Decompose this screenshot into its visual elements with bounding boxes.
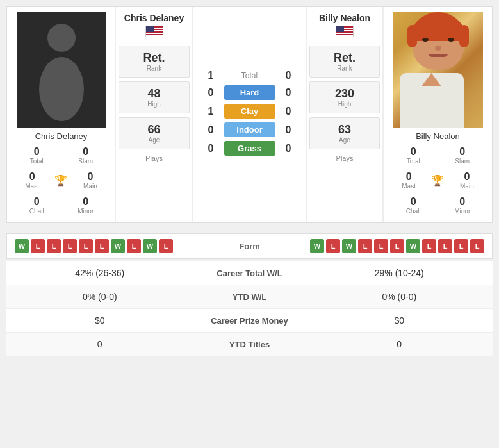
left-chall-stat: 0 Chall	[12, 194, 61, 217]
right-hard-score: 0	[282, 87, 295, 99]
form-badge: L	[159, 239, 173, 253]
right-trophy-icon: 🏆	[431, 174, 444, 187]
left-trophy-icon: 🏆	[54, 174, 67, 187]
form-badge: L	[95, 239, 109, 253]
stats-right-value: 0% (0-0)	[314, 292, 486, 302]
left-hard-score: 0	[204, 87, 217, 99]
form-badge: L	[326, 239, 340, 253]
left-age-block: 66 Age	[119, 117, 190, 149]
surface-scores: 1 Total 0 0 Hard 0 1 Clay 0 0 Indoor	[193, 7, 306, 222]
left-rank-block: Ret. Rank	[119, 46, 190, 78]
form-badge: L	[63, 239, 77, 253]
left-form-badges: WLLLLLWLWL	[15, 239, 211, 253]
stats-row-label: Career Prize Money	[186, 316, 314, 326]
grass-row: 0 Grass 0	[198, 141, 301, 156]
form-label: Form	[211, 242, 288, 251]
right-form-badges: WLWLLLWLLLL	[288, 239, 485, 253]
form-badge: L	[47, 239, 61, 253]
left-player-name-center: Chris Delaney	[124, 12, 184, 23]
form-badge: L	[358, 239, 372, 253]
right-minor-stat: 0 Minor	[438, 194, 487, 217]
stats-right-value: 29% (10-24)	[314, 268, 486, 278]
left-grass-score: 0	[204, 143, 217, 154]
right-high-block: 230 High	[309, 81, 380, 113]
right-us-flag	[336, 26, 354, 37]
right-player-name: Billy Nealon	[416, 131, 460, 141]
stats-row-label: Career Total W/L	[186, 269, 314, 278]
svg-point-0	[47, 24, 76, 52]
form-badge: W	[15, 239, 29, 253]
form-badge: L	[390, 239, 404, 253]
right-player-name-center: Billy Nealon	[319, 12, 370, 23]
left-indoor-score: 0	[204, 124, 217, 136]
form-badge: L	[422, 239, 436, 253]
left-us-flag	[145, 26, 163, 37]
stats-right-value: $0	[314, 315, 486, 326]
form-badge: L	[127, 239, 141, 253]
hard-badge: Hard	[224, 85, 275, 100]
form-badge: W	[143, 239, 157, 253]
stats-rows-container: 42% (26-36) Career Total W/L 29% (10-24)…	[6, 261, 493, 356]
right-flag	[336, 26, 354, 40]
right-total-stat: 0 Total	[389, 144, 438, 167]
form-badge: L	[374, 239, 388, 253]
right-slam-stat: 0 Slam	[438, 144, 487, 167]
player-comparison: Chris Delaney 0 Total 0 Slam 0 Mast	[6, 6, 493, 223]
form-badge: L	[79, 239, 93, 253]
left-high-block: 48 High	[119, 81, 190, 113]
form-badge: L	[438, 239, 452, 253]
stats-row: 0 YTD Titles 0	[6, 333, 493, 356]
clay-row: 1 Clay 0	[198, 104, 301, 119]
left-flag	[145, 26, 163, 40]
stats-row-label: YTD W/L	[186, 292, 314, 302]
section-divider	[6, 228, 493, 233]
left-player-photo	[17, 12, 106, 128]
total-row: 1 Total 0	[198, 70, 301, 81]
right-clay-score: 0	[282, 106, 295, 117]
stats-row: 42% (26-36) Career Total W/L 29% (10-24)	[6, 261, 493, 285]
stats-right-value: 0	[314, 339, 486, 349]
right-age-block: 63 Age	[309, 117, 380, 149]
form-badge: L	[31, 239, 45, 253]
svg-point-1	[39, 57, 84, 121]
left-total-score: 1	[204, 70, 217, 81]
stats-left-value: 0% (0-0)	[14, 292, 186, 302]
indoor-badge: Indoor	[224, 122, 275, 137]
left-player-card: Chris Delaney 0 Total 0 Slam 0 Mast	[7, 7, 116, 222]
right-stats-grid: 0 Total 0 Slam 0 Mast 🏆 0 Main	[389, 144, 487, 217]
form-badge: L	[454, 239, 468, 253]
form-section: WLLLLLWLWL Form WLWLLLWLLLL	[6, 233, 493, 259]
indoor-row: 0 Indoor 0	[198, 122, 301, 137]
right-center-stats: Billy Nealon Ret. Rank 230 High 63 Age P…	[306, 7, 383, 222]
right-rank-block: Ret. Rank	[309, 46, 380, 78]
stats-row: $0 Career Prize Money $0	[6, 309, 493, 333]
right-indoor-score: 0	[282, 124, 295, 136]
right-mast-stat: 0 Mast 🏆 0 Main	[389, 169, 487, 192]
total-label: Total	[224, 71, 275, 80]
stats-left-value: 42% (26-36)	[14, 268, 186, 278]
grass-badge: Grass	[224, 141, 275, 156]
right-plays-label: Plays	[336, 154, 354, 162]
right-chall-stat: 0 Chall	[389, 194, 438, 217]
form-badge: W	[310, 239, 324, 253]
form-badge: W	[406, 239, 420, 253]
left-center-stats: Chris Delaney Ret. Rank 48 High 66 Age P…	[116, 7, 193, 222]
right-total-score: 0	[282, 70, 295, 81]
hard-row: 0 Hard 0	[198, 85, 301, 100]
stats-left-value: $0	[14, 315, 186, 326]
main-container: Chris Delaney 0 Total 0 Slam 0 Mast	[0, 0, 499, 363]
form-badge: W	[342, 239, 356, 253]
left-minor-stat: 0 Minor	[61, 194, 111, 217]
clay-badge: Clay	[224, 104, 275, 119]
left-player-silhouette	[29, 19, 94, 121]
left-stats-grid: 0 Total 0 Slam 0 Mast 🏆 0 Main	[12, 144, 110, 217]
right-grass-score: 0	[282, 143, 295, 154]
stats-left-value: 0	[14, 339, 186, 349]
left-plays-label: Plays	[145, 154, 163, 162]
left-slam-stat: 0 Slam	[61, 144, 111, 167]
left-total-stat: 0 Total	[12, 144, 61, 167]
form-badge: L	[470, 239, 484, 253]
left-clay-score: 1	[204, 106, 217, 117]
form-badge: W	[111, 239, 125, 253]
stats-row: 0% (0-0) YTD W/L 0% (0-0)	[6, 285, 493, 309]
